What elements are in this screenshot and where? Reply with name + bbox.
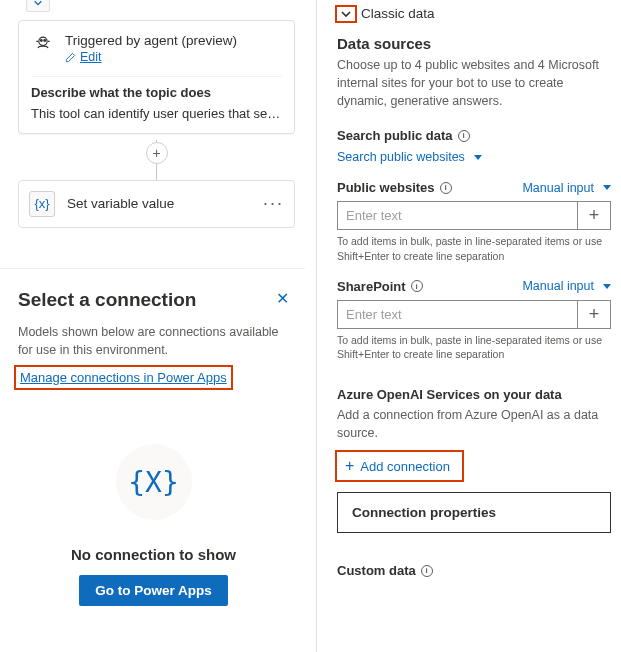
close-icon[interactable]: ✕	[276, 289, 289, 308]
manual-input-link[interactable]: Manual input	[522, 181, 611, 195]
azure-openai-title: Azure OpenAI Services on your data	[337, 387, 562, 402]
classic-data-expand[interactable]	[337, 7, 355, 21]
info-icon[interactable]: i	[411, 280, 423, 292]
manual-input-link-sp[interactable]: Manual input	[522, 279, 611, 293]
public-websites-input[interactable]	[337, 201, 577, 230]
info-icon[interactable]: i	[440, 182, 452, 194]
svg-point-2	[44, 40, 46, 42]
plus-icon: +	[345, 457, 354, 475]
add-connection-button[interactable]: + Add connection	[337, 452, 462, 480]
public-websites-hint: To add items in bulk, paste in line-sepa…	[337, 234, 611, 262]
add-public-website-button[interactable]: +	[577, 201, 611, 230]
describe-text: This tool can identify user queries that…	[31, 106, 282, 121]
public-websites-label: Public websites	[337, 180, 435, 195]
variable-icon: {x}	[29, 191, 55, 217]
collapse-node-button[interactable]	[26, 0, 50, 12]
connection-pane-sub: Models shown below are connections avail…	[18, 323, 289, 359]
connection-pane: Select a connection ✕ Models shown below…	[0, 268, 305, 652]
info-icon[interactable]: i	[458, 130, 470, 142]
sharepoint-hint: To add items in bulk, paste in line-sepa…	[337, 333, 611, 361]
connection-pane-title: Select a connection	[18, 289, 196, 311]
agent-icon	[33, 33, 53, 53]
svg-point-0	[39, 37, 47, 45]
go-to-power-apps-button[interactable]: Go to Power Apps	[79, 575, 228, 606]
add-connection-label: Add connection	[360, 459, 450, 474]
add-sharepoint-button[interactable]: +	[577, 300, 611, 329]
set-variable-label: Set variable value	[67, 196, 251, 211]
manage-connections-link[interactable]: Manage connections in Power Apps	[18, 369, 229, 386]
edit-link[interactable]: Edit	[65, 50, 102, 64]
svg-point-1	[41, 40, 43, 42]
set-variable-card[interactable]: {x} Set variable value ···	[18, 180, 295, 228]
data-sources-title: Data sources	[337, 35, 611, 52]
connection-properties-box[interactable]: Connection properties	[337, 492, 611, 533]
trigger-card: Triggered by agent (preview) Edit Descri…	[18, 20, 295, 134]
search-public-websites-link[interactable]: Search public websites	[337, 150, 482, 164]
search-public-data-label: Search public data	[337, 128, 453, 143]
add-step-button[interactable]: +	[146, 142, 168, 164]
edit-link-label: Edit	[80, 50, 102, 64]
card-more-button[interactable]: ···	[263, 193, 284, 214]
info-icon[interactable]: i	[421, 565, 433, 577]
sharepoint-label: SharePoint	[337, 279, 406, 294]
trigger-title: Triggered by agent (preview)	[65, 33, 237, 48]
sharepoint-input[interactable]	[337, 300, 577, 329]
custom-data-label: Custom data	[337, 563, 416, 578]
classic-data-label: Classic data	[361, 6, 435, 21]
data-sources-help: Choose up to 4 public websites and 4 Mic…	[337, 56, 611, 110]
describe-heading: Describe what the topic does	[31, 85, 282, 100]
azure-openai-help: Add a connection from Azure OpenAI as a …	[337, 406, 611, 442]
no-connection-text: No connection to show	[18, 546, 289, 563]
variable-placeholder-icon: {X}	[116, 444, 192, 520]
